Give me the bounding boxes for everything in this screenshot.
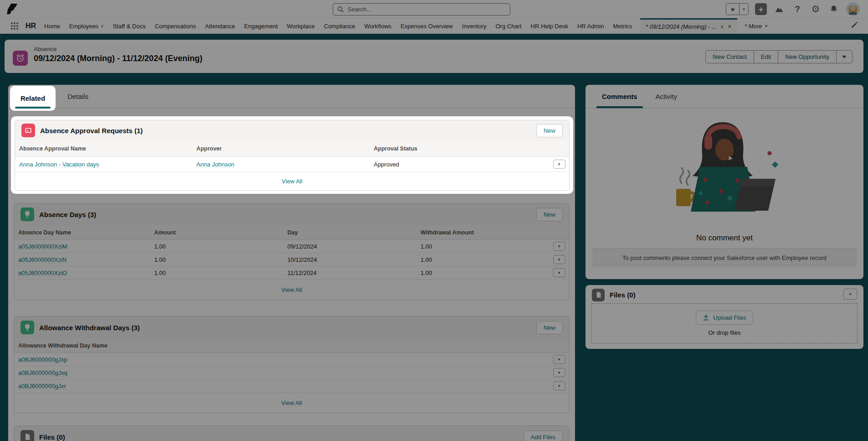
row-action-button[interactable]: ▾ <box>553 160 565 169</box>
approval-requests-card: Absence Approval Requests (1) New Absenc… <box>15 120 570 191</box>
approver-link[interactable]: Anna Johnson <box>196 161 234 168</box>
cell-approval-status: Approved <box>370 161 549 168</box>
spotlight-approval-requests: Absence Approval Requests (1) New Absenc… <box>11 116 573 194</box>
column-header: Absence Approval Name <box>15 145 192 152</box>
new-approval-request-button[interactable]: New <box>536 124 563 137</box>
approval-icon <box>21 124 35 137</box>
view-all-link[interactable]: View All <box>15 172 569 190</box>
column-header: Approval Status <box>370 145 549 152</box>
active-tab-underline <box>15 107 51 109</box>
approval-column-headers: Absence Approval Name Approver Approval … <box>15 140 569 157</box>
dim-overlay <box>0 0 868 441</box>
section-title: Absence Approval Requests (1) <box>40 127 143 135</box>
tab-related-label: Related <box>21 94 45 102</box>
approval-record-link[interactable]: Anna Johnson - Vacation days <box>19 161 99 168</box>
column-header: Approver <box>192 145 370 152</box>
spotlight-related-tab[interactable]: Related <box>10 86 56 111</box>
table-row: Anna Johnson - Vacation days Anna Johnso… <box>15 157 569 172</box>
approval-requests-header: Absence Approval Requests (1) New <box>15 120 569 140</box>
